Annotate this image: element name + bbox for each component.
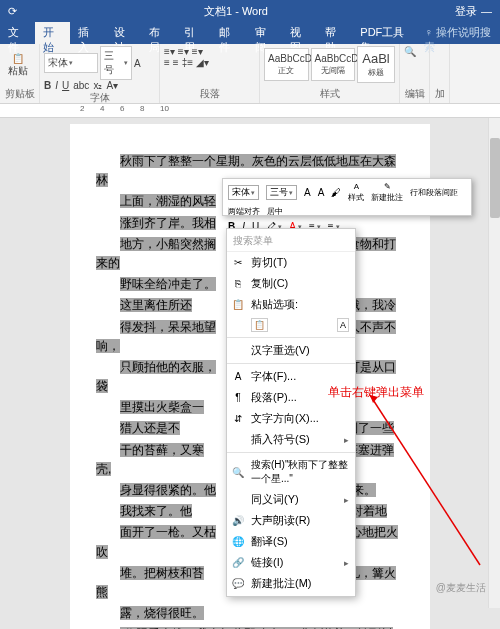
style-nospace[interactable]: AaBbCcDt无间隔 <box>311 48 356 81</box>
menu-reconvert[interactable]: 汉字重选(V) <box>227 340 355 361</box>
group-addons: 加 <box>434 87 445 101</box>
annotation-label: 单击右键弹出菜单 <box>328 384 424 401</box>
mini-center[interactable]: 居中 <box>264 205 286 218</box>
tab-design[interactable]: 设计 <box>106 22 141 44</box>
translate-icon: 🌐 <box>231 535 245 549</box>
menu-new-comment[interactable]: 💬新建批注(M) <box>227 573 355 594</box>
ribbon-tabs: 文件 开始 插入 设计 布局 引用 邮件 审阅 视图 帮助 PDF工具集 ♀ 操… <box>0 22 500 44</box>
minimize-icon[interactable]: — <box>481 5 492 17</box>
link-icon: 🔗 <box>231 556 245 570</box>
font-effects-icon[interactable]: A▾ <box>106 80 118 91</box>
menu-search-web[interactable]: 🔍搜索(H)"秋雨下了整整一个星..." <box>227 455 355 489</box>
mini-shrink-icon[interactable]: A <box>315 186 328 199</box>
tab-file[interactable]: 文件 <box>0 22 35 44</box>
tell-me[interactable]: ♀ 操作说明搜索 <box>416 22 500 44</box>
grow-font-icon[interactable]: A <box>134 58 141 69</box>
qa-icon[interactable]: ⟳ <box>8 5 17 18</box>
menu-synonym[interactable]: 同义词(Y)▸ <box>227 489 355 510</box>
paragraph-icon: ¶ <box>231 391 245 405</box>
menu-symbol[interactable]: 插入符号(S)▸ <box>227 429 355 450</box>
tab-view[interactable]: 视图 <box>282 22 317 44</box>
tab-insert[interactable]: 插入 <box>70 22 105 44</box>
mini-styles[interactable]: A样式 <box>345 181 367 204</box>
font-size-select[interactable]: 三号 <box>100 46 132 80</box>
comment-icon: 💬 <box>231 577 245 591</box>
tab-layout[interactable]: 布局 <box>141 22 176 44</box>
title-bar: ⟳ 文档1 - Word 登录 — <box>0 0 500 22</box>
search-icon: 🔍 <box>231 465 245 479</box>
watermark: @麦麦生活 <box>436 581 486 595</box>
tab-pdf[interactable]: PDF工具集 <box>352 22 416 44</box>
paste-button[interactable]: 📋粘贴 <box>4 46 32 84</box>
group-styles: 样式 <box>264 87 395 101</box>
menu-paste-options[interactable]: 📋粘贴选项: <box>227 294 355 315</box>
mini-justify[interactable]: 两端对齐 <box>225 205 263 218</box>
copy-icon: ⎘ <box>231 277 245 291</box>
group-font: 字体 <box>44 91 155 105</box>
group-clipboard: 剪贴板 <box>4 87 35 101</box>
group-paragraph: 段落 <box>164 87 255 101</box>
vertical-scrollbar[interactable] <box>488 118 500 608</box>
textdir-icon: ⇵ <box>231 412 245 426</box>
sub-icon[interactable]: x₂ <box>93 80 102 91</box>
find-icon[interactable]: 🔍 <box>404 46 425 57</box>
window-title: 文档1 - Word <box>17 4 455 19</box>
mini-size[interactable]: 三号 <box>266 185 297 200</box>
paste-icon: 📋 <box>231 298 245 312</box>
italic-icon[interactable]: I <box>55 80 58 91</box>
tab-mailings[interactable]: 邮件 <box>211 22 246 44</box>
scrollbar-thumb[interactable] <box>490 138 500 218</box>
tab-references[interactable]: 引用 <box>176 22 211 44</box>
menu-textdir[interactable]: ⇵文字方向(X)... <box>227 408 355 429</box>
underline-icon[interactable]: U <box>62 80 69 91</box>
menu-readaloud[interactable]: 🔊大声朗读(R) <box>227 510 355 531</box>
bullets-icon[interactable]: ≡▾ <box>164 46 175 57</box>
login-button[interactable]: 登录 <box>455 4 477 19</box>
mini-font[interactable]: 宋体 <box>228 185 259 200</box>
align-left-icon[interactable]: ≡ <box>164 57 170 68</box>
cut-icon: ✂ <box>231 256 245 270</box>
menu-link[interactable]: 🔗链接(I)▸ <box>227 552 355 573</box>
strike-icon[interactable]: abc <box>73 80 89 91</box>
multilevel-icon[interactable]: ≡▾ <box>192 46 203 57</box>
context-menu: 搜索菜单 ✂剪切(T) ⎘复制(C) 📋粘贴选项: 📋 A 汉字重选(V) A字… <box>226 228 356 597</box>
menu-cut[interactable]: ✂剪切(T) <box>227 252 355 273</box>
numbering-icon[interactable]: ≡▾ <box>178 46 189 57</box>
font-icon: A <box>231 370 245 384</box>
mini-toolbar: 宋体 三号 A A 🖌 A样式 ✎新建批注 行和段落间距 两端对齐 居中 B I… <box>222 178 472 216</box>
ribbon: 📋粘贴 剪贴板 宋体 三号 A B I U abc x₂ A▾ 字体 ≡▾ ≡▾… <box>0 44 500 104</box>
mini-comment[interactable]: ✎新建批注 <box>368 181 406 204</box>
mini-format-painter-icon[interactable]: 🖌 <box>328 186 344 199</box>
menu-copy[interactable]: ⎘复制(C) <box>227 273 355 294</box>
menu-search[interactable]: 搜索菜单 <box>227 231 355 252</box>
horizontal-ruler[interactable]: 2 4 6 8 10 <box>0 104 500 118</box>
tab-help[interactable]: 帮助 <box>317 22 352 44</box>
style-normal[interactable]: AaBbCcDt正文 <box>264 48 309 81</box>
bold-icon[interactable]: B <box>44 80 51 91</box>
mini-spacing[interactable]: 行和段落间距 <box>407 186 461 199</box>
style-heading[interactable]: AaBl标题 <box>357 46 395 83</box>
speaker-icon: 🔊 <box>231 514 245 528</box>
group-editing: 编辑 <box>404 87 425 101</box>
mini-grow-icon[interactable]: A <box>301 186 314 199</box>
font-family-select[interactable]: 宋体 <box>44 53 98 73</box>
line-spacing-icon[interactable]: ‡≡ <box>182 57 193 68</box>
menu-translate[interactable]: 🌐翻译(S) <box>227 531 355 552</box>
align-center-icon[interactable]: ≡ <box>173 57 179 68</box>
tab-home[interactable]: 开始 <box>35 22 70 44</box>
shading-icon[interactable]: ◢▾ <box>196 57 209 68</box>
paste-option-buttons[interactable]: 📋 A <box>227 315 355 335</box>
tab-review[interactable]: 审阅 <box>247 22 282 44</box>
